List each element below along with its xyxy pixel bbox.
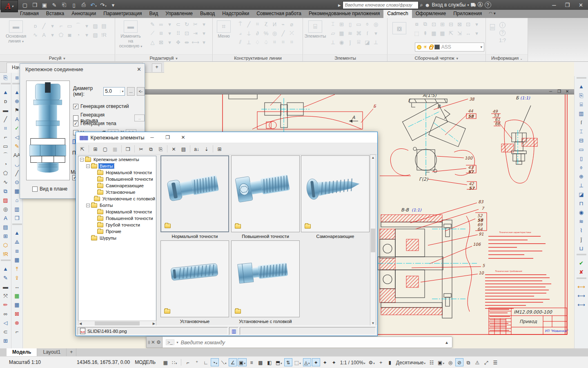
ribbon-tool-icon[interactable]: ⊡: [464, 21, 472, 27]
thumbnail-set[interactable]: [160, 240, 229, 317]
help2-icon[interactable]: ?: [499, 30, 506, 36]
scroll-right-icon[interactable]: ▶: [153, 322, 155, 325]
paste-icon[interactable]: ⎘: [156, 144, 165, 153]
ribbon-tool-icon[interactable]: ⌗: [287, 39, 296, 45]
mainline-icon[interactable]: ▬: [1, 105, 11, 114]
wave-icon[interactable]: ⌇: [577, 226, 586, 235]
ribbon-tool-icon[interactable]: ▯: [346, 21, 354, 27]
ramp2-icon[interactable]: ⇪: [12, 273, 22, 282]
customization-icon[interactable]: ☰: [491, 358, 499, 366]
save-icon[interactable]: ▣: [40, 2, 49, 8]
doc-close-icon[interactable]: ✕: [566, 89, 569, 94]
tree-item-label[interactable]: Установочные: [105, 190, 136, 195]
3d-object-snap-icon[interactable]: ⬒▾: [274, 358, 283, 366]
toolbar-grip[interactable]: [12, 224, 22, 227]
toolbar-grip[interactable]: [577, 77, 586, 81]
ribbon-tool-icon[interactable]: ᴅ: [31, 23, 40, 29]
ribbon-tool-icon[interactable]: ▾: [200, 39, 208, 45]
autodesk-app-icon[interactable]: Ⓐ: [478, 1, 483, 9]
ribbon-tool-icon[interactable]: ⌗: [279, 39, 287, 45]
drawing-scale-label[interactable]: Масштаб 1:10: [9, 359, 41, 365]
ribbon-tool-icon[interactable]: ╱: [40, 23, 48, 29]
ribbon-tab-аннотации[interactable]: Аннотации: [68, 10, 100, 18]
object-snap-tracking-icon[interactable]: ∠: [229, 358, 237, 366]
ribbon-tool-icon[interactable]: ⬚: [412, 30, 421, 36]
ribbon-tool-icon[interactable]: И: [270, 21, 279, 27]
ribbon-tool-icon[interactable]: ▦: [438, 30, 447, 36]
ribbon-tool-icon[interactable]: ▭: [354, 21, 363, 27]
ribbon-tool-icon[interactable]: ▾: [82, 32, 91, 38]
arc-icon[interactable]: ⌒: [1, 150, 11, 159]
tree-item-label[interactable]: Установочные с головкой: [102, 196, 156, 201]
export-icon[interactable]: ⎗: [60, 2, 69, 8]
tree-item[interactable]: Повышенной точности: [78, 215, 156, 222]
s-contour-icon[interactable]: ſ: [577, 118, 586, 127]
ribbon-tool-icon[interactable]: ◉: [337, 39, 346, 45]
ribbon-tab-параметризация[interactable]: Параметризация: [100, 10, 145, 18]
new-layout-tab[interactable]: +: [67, 348, 76, 356]
toolbar-grip[interactable]: [1, 260, 11, 263]
donut-icon[interactable]: ◎: [1, 204, 11, 213]
ribbon-tool-icon[interactable]: ▭: [65, 23, 74, 29]
ribbon-tool-icon[interactable]: ♢: [253, 39, 262, 45]
sort-name-icon[interactable]: a↓: [192, 144, 201, 153]
annotation-visibility-icon[interactable]: ✦: [312, 358, 320, 366]
isometric-drafting-icon[interactable]: ⟍▾: [220, 358, 228, 366]
tree-item[interactable]: Установочные: [78, 189, 156, 195]
toolbar-grip[interactable]: [577, 254, 586, 257]
tree-item[interactable]: −Болты: [78, 202, 156, 209]
ribbon-tab-оформление[interactable]: Оформление: [412, 10, 450, 18]
tree-item-label[interactable]: Повышенной точности: [105, 216, 154, 221]
tree-expander-icon[interactable]: −: [86, 164, 90, 168]
compass2-icon[interactable]: ▲: [1, 264, 11, 273]
dim-chain-icon[interactable]: ⟷: [577, 282, 586, 291]
ribbon-tool-icon[interactable]: ∂: [253, 30, 262, 36]
tree-item-label[interactable]: Нормальной точности: [105, 170, 153, 175]
text-icon[interactable]: A: [1, 213, 11, 222]
ribbon-tool-icon[interactable]: ▾: [165, 21, 174, 27]
ribbon-tool-icon[interactable]: A: [40, 32, 48, 38]
dim-more-icon[interactable]: ⟷: [577, 300, 586, 309]
ribbon-tool-icon[interactable]: ⊟: [447, 21, 455, 27]
tree-item[interactable]: Нормальной точности: [78, 169, 156, 176]
checkbox[interactable]: [73, 115, 78, 121]
selection-filtering-icon[interactable]: ⬚▾: [293, 358, 302, 366]
ribbon-tool-icon[interactable]: ⟓: [236, 30, 245, 36]
tree-item-label[interactable]: Нормальной точности: [105, 209, 153, 214]
transparency-icon[interactable]: ▩: [256, 358, 265, 366]
thumbs-vscrollbar[interactable]: ▲▼: [370, 155, 376, 326]
doc-minimize-icon[interactable]: ─: [549, 89, 552, 94]
ribbon-tool-icon[interactable]: ▦: [430, 30, 438, 36]
units-value[interactable]: Десятичные▾: [395, 358, 427, 366]
new-drawing-tab[interactable]: +: [152, 63, 162, 72]
ribbon-tool-icon[interactable]: ⌸: [354, 39, 363, 45]
ribbon-tool-icon[interactable]: ▾: [472, 30, 481, 36]
toolbar-grip[interactable]: [577, 278, 586, 281]
dim-base-icon[interactable]: ⟷: [577, 291, 586, 300]
ribbon-tool-icon[interactable]: ▾: [82, 23, 91, 29]
copy2-icon[interactable]: ∞: [1, 309, 11, 318]
menu-button[interactable]: ⌗ Меню: [214, 20, 234, 38]
search-icon[interactable]: ⌕: [420, 2, 423, 8]
thumbnail-socket[interactable]: [231, 155, 300, 232]
create-item-icon[interactable]: ▢: [100, 144, 110, 153]
screw-icon[interactable]: ⌶: [577, 127, 586, 136]
ribbon-tool-icon[interactable]: ⠿: [174, 30, 183, 36]
annotation-monitor-icon[interactable]: +: [377, 358, 385, 366]
space-mode-label[interactable]: МОДЕЛЬ: [135, 359, 156, 365]
move-l-icon[interactable]: ⌐: [12, 327, 22, 336]
ribbon-tool-icon[interactable]: ▾: [472, 21, 481, 27]
ortho-mode-icon[interactable]: ∟: [202, 358, 210, 366]
ribbon-tool-icon[interactable]: ♤: [262, 39, 270, 45]
del-pin-icon[interactable]: ⊗: [12, 318, 22, 327]
command-close-icon[interactable]: ✕: [151, 339, 155, 345]
cadmech-icon[interactable]: ⎘: [577, 91, 586, 100]
application-menu-button[interactable]: A▾: [1, 0, 18, 12]
ribbon-tool-icon[interactable]: ⧉: [421, 21, 430, 27]
polar-tracking-icon[interactable]: ◔▾: [211, 358, 219, 366]
checkbox[interactable]: ✓: [73, 121, 78, 126]
ribbon-tool-icon[interactable]: ⇲: [455, 30, 464, 36]
scroll-up-icon[interactable]: ▲: [372, 156, 375, 159]
fillet-icon[interactable]: ⊂: [1, 327, 11, 336]
ribbon-tool-icon[interactable]: ∞: [157, 21, 165, 27]
